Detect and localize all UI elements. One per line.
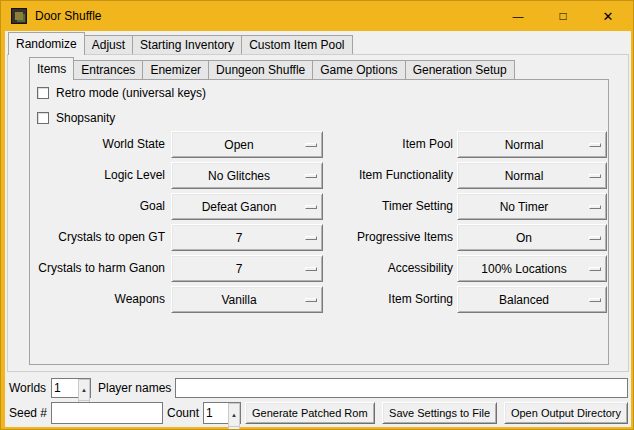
shopsanity-label: Shopsanity bbox=[56, 111, 115, 125]
spin-up-icon: ▲ bbox=[81, 380, 87, 400]
dropdown-value: Vanilla bbox=[221, 293, 256, 307]
dropdown-value: No Glitches bbox=[208, 169, 270, 183]
dropdown-value: Normal bbox=[505, 169, 544, 183]
spin-up-icon: ▲ bbox=[231, 404, 237, 426]
player-names-input[interactable] bbox=[175, 378, 628, 398]
item-pool-dropdown[interactable]: Normal bbox=[457, 131, 607, 158]
worlds-label: Worlds bbox=[9, 378, 46, 398]
progressive-items-dropdown[interactable]: On bbox=[457, 224, 607, 251]
spin-up-button[interactable]: ▲ bbox=[228, 403, 240, 427]
tab-randomize[interactable]: Randomize bbox=[8, 32, 85, 55]
save-settings-button[interactable]: Save Settings to File bbox=[382, 402, 497, 424]
dropdown-indicator-icon bbox=[589, 205, 601, 209]
weapons-label: Weapons bbox=[33, 286, 165, 313]
crystals-open-gt-label: Crystals to open GT bbox=[33, 224, 165, 251]
titlebar[interactable]: Door Shuffle — □ ✕ bbox=[1, 1, 633, 31]
maximize-icon: □ bbox=[559, 9, 566, 23]
maximize-button[interactable]: □ bbox=[541, 2, 585, 30]
tab-label: Game Options bbox=[320, 63, 397, 77]
retro-mode-checkbox-row[interactable]: Retro mode (universal keys) bbox=[37, 86, 206, 100]
dropdown-indicator-icon bbox=[589, 298, 601, 302]
goal-dropdown[interactable]: Defeat Ganon bbox=[171, 193, 323, 220]
timer-setting-label: Timer Setting bbox=[311, 193, 453, 220]
count-spinbox[interactable]: ▲ ▼ bbox=[203, 402, 241, 424]
item-functionality-label: Item Functionality bbox=[311, 162, 453, 189]
dropdown-value: 7 bbox=[236, 231, 243, 245]
world-state-dropdown[interactable]: Open bbox=[171, 131, 323, 158]
close-icon: ✕ bbox=[603, 9, 614, 24]
window-title: Door Shuffle bbox=[35, 9, 102, 23]
dropdown-value: 100% Locations bbox=[481, 262, 566, 276]
logic-level-label: Logic Level bbox=[33, 162, 165, 189]
item-functionality-dropdown[interactable]: Normal bbox=[457, 162, 607, 189]
tab-label: Items bbox=[37, 62, 66, 76]
client-area: Randomize Adjust Starting Inventory Cust… bbox=[5, 31, 631, 427]
tab-items[interactable]: Items bbox=[29, 57, 74, 80]
close-button[interactable]: ✕ bbox=[586, 2, 630, 30]
tab-game-options[interactable]: Game Options bbox=[312, 60, 405, 79]
app-icon bbox=[11, 8, 27, 24]
goal-label: Goal bbox=[33, 193, 165, 220]
tab-custom-item-pool[interactable]: Custom Item Pool bbox=[241, 35, 352, 54]
seed-input[interactable] bbox=[51, 402, 163, 424]
tab-adjust[interactable]: Adjust bbox=[84, 35, 133, 54]
retro-mode-label: Retro mode (universal keys) bbox=[56, 86, 206, 100]
tab-label: Adjust bbox=[92, 38, 125, 52]
progressive-items-label: Progressive Items bbox=[311, 224, 453, 251]
accessibility-label: Accessibility bbox=[311, 255, 453, 282]
item-sorting-label: Item Sorting bbox=[311, 286, 453, 313]
item-sorting-dropdown[interactable]: Balanced bbox=[457, 286, 607, 313]
tab-label: Randomize bbox=[16, 37, 77, 51]
count-input[interactable] bbox=[204, 403, 228, 423]
tab-generation-setup[interactable]: Generation Setup bbox=[405, 60, 515, 79]
count-spin-buttons: ▲ ▼ bbox=[228, 403, 240, 423]
item-pool-label: Item Pool bbox=[311, 131, 453, 158]
worlds-input[interactable] bbox=[52, 379, 78, 397]
dropdown-indicator-icon bbox=[589, 267, 601, 271]
tab-label: Entrances bbox=[81, 63, 135, 77]
dropdown-value: 7 bbox=[236, 262, 243, 276]
worlds-spinbox[interactable]: ▲ ▼ bbox=[51, 378, 91, 398]
app-icon-detail bbox=[15, 12, 23, 20]
timer-setting-dropdown[interactable]: No Timer bbox=[457, 193, 607, 220]
dropdown-value: Open bbox=[224, 138, 253, 152]
crystals-harm-ganon-label: Crystals to harm Ganon bbox=[33, 255, 165, 282]
dropdown-value: No Timer bbox=[500, 200, 549, 214]
dropdown-indicator-icon bbox=[589, 236, 601, 240]
tab-label: Generation Setup bbox=[413, 63, 507, 77]
spin-up-button[interactable]: ▲ bbox=[78, 379, 90, 401]
tab-starting-inventory[interactable]: Starting Inventory bbox=[132, 35, 242, 54]
shopsanity-checkbox[interactable] bbox=[37, 112, 49, 124]
items-tab-panel bbox=[29, 79, 609, 365]
crystals-open-gt-dropdown[interactable]: 7 bbox=[171, 224, 323, 251]
outer-tab-bar: Randomize Adjust Starting Inventory Cust… bbox=[8, 33, 353, 54]
logic-level-dropdown[interactable]: No Glitches bbox=[171, 162, 323, 189]
tab-label: Starting Inventory bbox=[140, 38, 234, 52]
shopsanity-checkbox-row[interactable]: Shopsanity bbox=[37, 111, 115, 125]
dropdown-indicator-icon bbox=[589, 143, 601, 147]
tab-dungeon-shuffle[interactable]: Dungeon Shuffle bbox=[208, 60, 313, 79]
minimize-button[interactable]: — bbox=[496, 2, 540, 30]
dropdown-value: Defeat Ganon bbox=[202, 200, 277, 214]
tab-enemizer[interactable]: Enemizer bbox=[142, 60, 209, 79]
generate-patched-rom-button[interactable]: Generate Patched Rom bbox=[245, 402, 375, 424]
accessibility-dropdown[interactable]: 100% Locations bbox=[457, 255, 607, 282]
seed-label: Seed # bbox=[9, 402, 47, 424]
retro-mode-checkbox[interactable] bbox=[37, 87, 49, 99]
app-window: Door Shuffle — □ ✕ Randomize Adjust Star… bbox=[0, 0, 634, 430]
tab-label: Custom Item Pool bbox=[249, 38, 344, 52]
weapons-dropdown[interactable]: Vanilla bbox=[171, 286, 323, 313]
inner-tab-bar: Items Entrances Enemizer Dungeon Shuffle… bbox=[29, 58, 515, 79]
worlds-spin-buttons: ▲ ▼ bbox=[78, 379, 90, 397]
player-names-label: Player names bbox=[98, 378, 171, 398]
count-label: Count bbox=[167, 402, 199, 424]
dropdown-indicator-icon bbox=[589, 174, 601, 178]
tab-label: Dungeon Shuffle bbox=[216, 63, 305, 77]
tab-label: Enemizer bbox=[150, 63, 201, 77]
tab-entrances[interactable]: Entrances bbox=[73, 60, 143, 79]
open-output-directory-button[interactable]: Open Output Directory bbox=[504, 402, 628, 424]
dropdown-value: Normal bbox=[505, 138, 544, 152]
crystals-harm-ganon-dropdown[interactable]: 7 bbox=[171, 255, 323, 282]
world-state-label: World State bbox=[33, 131, 165, 158]
dropdown-value: On bbox=[516, 231, 532, 245]
